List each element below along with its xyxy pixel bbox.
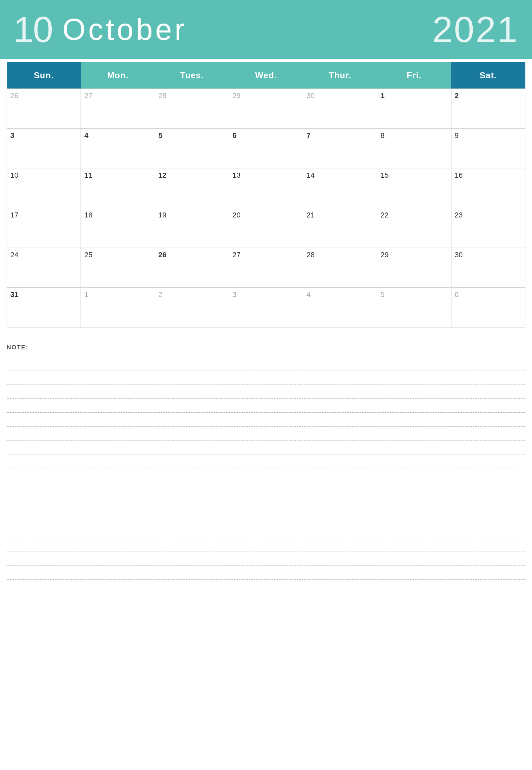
calendar-week-row: 3456789 bbox=[7, 129, 525, 168]
date-number: 12 bbox=[158, 171, 166, 179]
header-mon: Mon. bbox=[81, 62, 155, 89]
calendar-day-cell: 1 bbox=[81, 288, 155, 327]
note-line bbox=[7, 454, 525, 468]
note-line bbox=[7, 468, 525, 482]
date-number: 16 bbox=[455, 171, 463, 179]
date-number: 20 bbox=[232, 211, 240, 219]
month-number: 10 bbox=[13, 11, 52, 48]
date-number: 27 bbox=[232, 251, 240, 259]
calendar-header: 10 October 2021 bbox=[0, 0, 532, 59]
calendar-day-cell: 11 bbox=[81, 168, 155, 208]
date-number: 21 bbox=[307, 211, 315, 219]
calendar-day-cell: 4 bbox=[303, 288, 377, 327]
header-thu: Thur. bbox=[303, 62, 377, 89]
calendar-day-cell: 29 bbox=[229, 89, 303, 129]
calendar-day-cell: 9 bbox=[451, 129, 525, 168]
date-number: 27 bbox=[84, 91, 92, 100]
day-header-row: Sun. Mon. Tues. bbox=[7, 62, 525, 89]
calendar-day-cell: 24 bbox=[7, 248, 81, 288]
date-number: 29 bbox=[232, 91, 240, 100]
calendar-day-cell: 17 bbox=[7, 208, 81, 248]
note-line bbox=[7, 482, 525, 496]
calendar-day-cell: 3 bbox=[7, 129, 81, 168]
date-number: 26 bbox=[10, 91, 18, 100]
calendar-day-cell: 23 bbox=[451, 208, 525, 248]
date-number: 4 bbox=[84, 131, 88, 140]
note-line bbox=[7, 524, 525, 538]
year: 2021 bbox=[432, 11, 519, 48]
calendar-day-cell: 1 bbox=[377, 89, 451, 129]
calendar-day-cell: 15 bbox=[377, 168, 451, 208]
note-line bbox=[7, 413, 525, 427]
sunday-header: Sun. bbox=[7, 62, 81, 89]
date-number: 28 bbox=[307, 251, 315, 259]
date-number: 5 bbox=[381, 290, 384, 299]
date-number: 29 bbox=[381, 251, 388, 259]
note-line bbox=[7, 371, 525, 385]
date-number: 1 bbox=[381, 91, 384, 100]
date-number: 19 bbox=[158, 211, 166, 219]
date-number: 3 bbox=[232, 290, 236, 299]
date-number: 23 bbox=[455, 211, 463, 219]
note-line bbox=[7, 566, 525, 580]
calendar-day-cell: 26 bbox=[7, 89, 81, 129]
note-line bbox=[7, 399, 525, 413]
date-number: 11 bbox=[84, 171, 92, 179]
date-number: 14 bbox=[307, 171, 315, 179]
calendar-day-cell: 6 bbox=[451, 288, 525, 327]
calendar-week-row: 262728293012 bbox=[7, 89, 525, 129]
calendar-day-cell: 30 bbox=[303, 89, 377, 129]
calendar-page: 10 October 2021 Sun. Mon. bbox=[0, 0, 532, 770]
header-fri: Fri. bbox=[377, 62, 451, 89]
date-number: 6 bbox=[455, 290, 459, 299]
calendar-day-cell: 27 bbox=[229, 248, 303, 288]
calendar-day-cell: 5 bbox=[377, 288, 451, 327]
calendar-day-cell: 4 bbox=[81, 129, 155, 168]
date-number: 10 bbox=[10, 171, 18, 179]
calendar-day-cell: 2 bbox=[451, 89, 525, 129]
calendar-day-cell: 18 bbox=[81, 208, 155, 248]
tuesday-header: Tues. bbox=[155, 62, 229, 89]
header-sun: Sun. bbox=[7, 62, 81, 89]
date-number: 28 bbox=[158, 91, 166, 100]
note-line bbox=[7, 552, 525, 566]
wednesday-header: Wed. bbox=[229, 62, 303, 89]
date-number: 8 bbox=[381, 131, 384, 140]
date-number: 3 bbox=[10, 131, 14, 140]
calendar-day-cell: 14 bbox=[303, 168, 377, 208]
thursday-header: Thur. bbox=[303, 62, 377, 89]
calendar-day-cell: 20 bbox=[229, 208, 303, 248]
date-number: 2 bbox=[455, 91, 459, 100]
saturday-header: Sat. bbox=[451, 62, 525, 89]
monday-header: Mon. bbox=[81, 62, 155, 89]
date-number: 2 bbox=[158, 290, 162, 299]
calendar-day-cell: 27 bbox=[81, 89, 155, 129]
date-number: 30 bbox=[455, 251, 463, 259]
date-number: 25 bbox=[84, 251, 92, 259]
date-number: 1 bbox=[84, 290, 88, 299]
calendar-day-cell: 26 bbox=[155, 248, 229, 288]
date-number: 6 bbox=[232, 131, 236, 140]
date-number: 7 bbox=[307, 131, 311, 140]
date-number: 22 bbox=[381, 211, 388, 219]
date-number: 5 bbox=[158, 131, 162, 140]
date-number: 17 bbox=[10, 211, 18, 219]
calendar-week-row: 31123456 bbox=[7, 288, 525, 327]
header-wed: Wed. bbox=[229, 62, 303, 89]
date-number: 15 bbox=[381, 171, 388, 179]
calendar-day-cell: 28 bbox=[155, 89, 229, 129]
calendar-day-cell: 22 bbox=[377, 208, 451, 248]
calendar-day-cell: 19 bbox=[155, 208, 229, 248]
calendar-grid: Sun. Mon. Tues. bbox=[7, 62, 525, 327]
note-label: NOTE: bbox=[7, 344, 525, 351]
calendar-body: 2627282930123456789101112131415161718192… bbox=[7, 89, 525, 327]
calendar-day-cell: 7 bbox=[303, 129, 377, 168]
calendar-day-cell: 6 bbox=[229, 129, 303, 168]
note-line bbox=[7, 538, 525, 552]
calendar-section: Sun. Mon. Tues. bbox=[0, 59, 532, 334]
note-line bbox=[7, 385, 525, 399]
friday-header: Fri. bbox=[377, 62, 451, 89]
date-number: 4 bbox=[307, 290, 311, 299]
header-tue: Tues. bbox=[155, 62, 229, 89]
calendar-day-cell: 29 bbox=[377, 248, 451, 288]
